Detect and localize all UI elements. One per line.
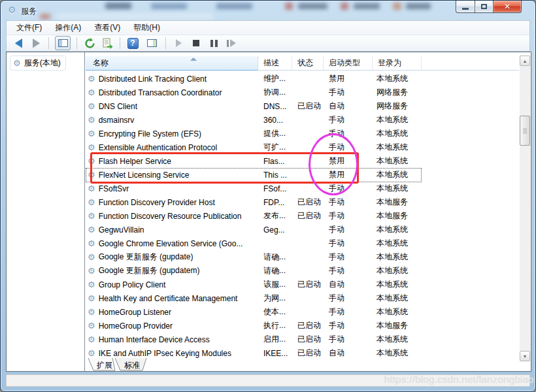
export-list-button[interactable] [101, 37, 114, 50]
service-row[interactable]: ⚙Health Key and Certificate Management为网… [86, 291, 519, 305]
column-header-logon-as[interactable]: 登录为 [373, 56, 422, 71]
refresh-icon [84, 38, 95, 49]
service-row[interactable]: ⚙FSoftSvrFSof...手动本地系统 [86, 182, 519, 195]
service-description: 请确... [258, 252, 292, 263]
service-row[interactable]: ⚙DNS ClientDNS...已启动自动网络服务 [86, 99, 519, 113]
service-description: 协调... [258, 87, 292, 98]
service-description: DNS... [258, 102, 292, 111]
service-name: Google 更新服务 (gupdatem) [99, 265, 200, 276]
service-gear-icon: ⚙ [88, 143, 95, 152]
service-row[interactable]: ⚙Google 更新服务 (gupdate)请确...手动本地系统 [86, 250, 519, 264]
service-startup-type: 禁用 [324, 73, 373, 84]
stop-icon [193, 40, 199, 46]
service-row[interactable]: ⚙Distributed Link Tracking Client维护...禁用… [86, 72, 519, 86]
close-button[interactable]: ✕ [494, 1, 522, 13]
glass-reflection [406, 3, 431, 9]
service-description: 维护... [258, 73, 292, 84]
service-name: Google Chrome Elevation Service (Goo... [99, 239, 243, 248]
play-icon [176, 39, 182, 47]
menu-file[interactable]: 文件(F) [10, 21, 48, 35]
column-header-description[interactable]: 描述 [258, 56, 292, 71]
service-name: Group Policy Client [99, 280, 166, 289]
service-status: 已启动 [292, 320, 324, 331]
vertical-scrollbar[interactable]: ▲ ▼ [520, 56, 530, 361]
service-description: 可扩... [258, 142, 292, 153]
show-action-pane-button[interactable] [144, 36, 159, 50]
service-description: Flas... [258, 157, 292, 166]
service-row[interactable]: ⚙GegwuVillainGeg...手动本地系统 [86, 223, 519, 237]
service-gear-icon: ⚙ [88, 225, 95, 234]
title-bar[interactable]: ⚙ 服务 ✕ [1, 1, 535, 20]
show-console-tree-button[interactable] [55, 36, 71, 50]
toolbar: ? [6, 35, 530, 52]
service-row[interactable]: ⚙dsmainsrv360...手动本地系统 [86, 113, 519, 127]
service-description: FSof... [258, 184, 292, 193]
refresh-button[interactable] [83, 37, 96, 50]
minimize-button[interactable] [456, 1, 475, 13]
menu-help[interactable]: 帮助(H) [127, 21, 166, 35]
menu-view[interactable]: 查看(V) [88, 21, 126, 35]
column-header-startup-type[interactable]: 启动类型 [324, 56, 373, 71]
service-startup-type: 自动 [324, 279, 373, 290]
screen: ⚙ 服务 ✕ 文件(F) 操作(A) 查看(V) 帮助(H) [0, 0, 536, 392]
column-header-status[interactable]: 状态 [292, 56, 324, 71]
service-name: Distributed Transaction Coordinator [99, 88, 222, 97]
back-button[interactable] [12, 37, 25, 50]
service-gear-icon: ⚙ [88, 267, 95, 275]
service-gear-icon: ⚙ [88, 239, 95, 248]
scroll-down-button[interactable]: ▼ [520, 351, 530, 361]
tab-extended[interactable]: 扩展 [97, 360, 112, 371]
service-row[interactable]: ⚙Google 更新服务 (gupdatem)请确...手动本地系统 [86, 264, 519, 278]
scrollbar-thumb[interactable] [520, 116, 530, 146]
service-description: Geg... [258, 225, 292, 235]
tab-standard[interactable]: 标准 [124, 360, 140, 371]
service-row[interactable]: ⚙IKE and AuthIP IPsec Keying ModulesIKEE… [86, 346, 519, 358]
tree-item-label: 服务(本地) [24, 57, 61, 69]
stop-service-button[interactable] [190, 37, 203, 50]
service-row[interactable]: ⚙Human Interface Device Access启用...已启动手动… [86, 333, 519, 346]
service-name: HomeGroup Listener [99, 308, 171, 317]
service-description: 执行... [258, 320, 292, 331]
service-name: Function Discovery Provider Host [99, 198, 215, 207]
service-description: This ... [258, 171, 292, 180]
start-service-button[interactable] [172, 37, 185, 50]
menu-action[interactable]: 操作(A) [49, 21, 87, 35]
service-row[interactable]: ⚙Flash Helper ServiceFlas...禁用本地系统 [86, 154, 519, 168]
service-row[interactable]: ⚙Google Chrome Elevation Service (Goo...… [86, 237, 519, 250]
scroll-up-button[interactable]: ▲ [520, 56, 530, 66]
glass-reflection [298, 3, 327, 9]
service-row[interactable]: ⚙Encrypting File System (EFS)提供...手动本地系统 [86, 127, 519, 140]
service-gear-icon: ⚙ [88, 321, 95, 330]
service-logon-as: 本地服务 [373, 197, 422, 208]
service-row[interactable]: ⚙FlexNet Licensing ServiceThis ...禁用本地系统 [86, 168, 519, 182]
tree-item-services-local[interactable]: ⚙ 服务(本地) [10, 56, 66, 71]
maximize-button[interactable] [475, 1, 494, 13]
service-startup-type: 手动 [324, 142, 373, 153]
service-row[interactable]: ⚙Function Discovery Provider HostFDP...已… [86, 195, 519, 209]
service-row[interactable]: ⚙Extensible Authentication Protocol可扩...… [86, 140, 519, 154]
service-name: Extensible Authentication Protocol [99, 143, 217, 152]
service-row[interactable]: ⚙HomeGroup Provider执行...已启动手动本地服务 [86, 319, 519, 333]
service-startup-type: 禁用 [324, 169, 373, 180]
column-header-name[interactable]: 名称 [86, 56, 258, 71]
pause-service-button[interactable] [207, 37, 220, 50]
restart-service-button[interactable] [225, 37, 238, 50]
forward-button[interactable] [29, 37, 42, 50]
column-header-filler [422, 56, 519, 71]
service-logon-as: 网络服务 [373, 87, 422, 98]
service-row[interactable]: ⚙HomeGroup Listener使本...手动本地系统 [86, 305, 519, 319]
service-startup-type: 手动 [324, 334, 373, 345]
toolbar-separator [48, 37, 49, 49]
service-description: 提供... [258, 128, 292, 139]
service-row[interactable]: ⚙Function Discovery Resource Publication… [86, 209, 519, 223]
back-arrow-icon [15, 39, 22, 48]
service-gear-icon: ⚙ [88, 184, 95, 193]
service-description: 360... [258, 116, 292, 125]
help-button[interactable]: ? [126, 37, 139, 50]
service-logon-as: 本地系统 [373, 155, 422, 167]
service-logon-as: 本地系统 [373, 183, 422, 194]
service-row[interactable]: ⚙Distributed Transaction Coordinator协调..… [86, 86, 519, 99]
services-node-icon: ⚙ [13, 59, 21, 67]
service-row[interactable]: ⚙Group Policy Client该服...已启动自动本地系统 [86, 278, 519, 291]
service-gear-icon: ⚙ [88, 129, 95, 138]
